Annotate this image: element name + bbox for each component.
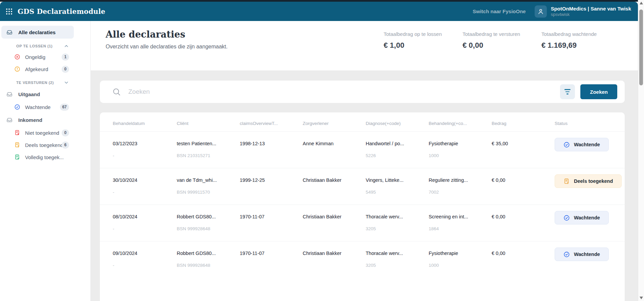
sidebar-item-volledig-toegekend[interactable]: Volledig toegek... (1, 151, 74, 163)
person-icon (537, 8, 544, 15)
column-header: Behandeling(+co... (429, 121, 492, 126)
table-row[interactable]: 30/10/2024- van de Tdm_whi...BSN 9999115… (100, 168, 625, 205)
column-header: claimsOverviewT... (240, 121, 303, 126)
cell-bsn: BSN 999911570 (177, 190, 240, 195)
cell-behandeling: Fysiotherapie (429, 141, 492, 146)
cell-zorgverlener: Christiaan Bakker (303, 214, 366, 219)
search-input[interactable] (128, 88, 560, 95)
sidebar-section-te-versturen[interactable]: TE VERSTUREN (2) (1, 78, 74, 87)
count-badge: 1 (62, 53, 69, 61)
sidebar-item-deels-toegekend[interactable]: Deels toegekend 6 (1, 139, 74, 151)
doc-check-icon (14, 154, 20, 160)
declarations-table: Behandeldatum Cliënt claimsOverviewT... … (100, 112, 625, 301)
cell-diagnose: Handwortel / po... (366, 141, 429, 146)
status-badge[interactable]: Wachtende (555, 248, 609, 261)
cell-zorgverlener: Anne Kimman (303, 141, 366, 146)
column-header: Bedrag (492, 121, 555, 126)
table-header-row: Behandeldatum Cliënt claimsOverviewT... … (100, 112, 625, 131)
app-header: GDS Declaratiemodule Switch naar FysioOn… (0, 2, 638, 21)
sidebar-item-label: Deels toegekend (25, 142, 63, 148)
sidebar-item-inkomend[interactable]: Inkomend (1, 113, 74, 127)
cell-bsn: BSN 210315271 (177, 153, 240, 158)
sidebar-item-label: Niet toegekend (25, 130, 59, 136)
switch-fysioone-link[interactable]: Switch naar FysioOne (473, 8, 526, 14)
sidebar-item-ongeldig[interactable]: Ongeldig 1 (1, 51, 74, 63)
scrollbar-thumb[interactable] (639, 9, 643, 85)
cell-claims-overview: 1970-11-07 (240, 251, 303, 256)
sidebar: Alle declaraties OP TE LOSSEN (1) Ongeld… (0, 21, 91, 301)
table-row[interactable]: 03/12/2023- testen Patienten...BSN 21031… (100, 131, 625, 168)
filter-button[interactable] (560, 84, 575, 99)
count-badge: 0 (62, 66, 69, 73)
sidebar-item-afgekeurd[interactable]: Afgekeurd 0 (1, 63, 74, 75)
sidebar-item-label: Volledig toegek... (25, 154, 64, 160)
scrollbar[interactable] (638, 0, 644, 301)
cell-behandeling-code: 1000 (429, 263, 492, 268)
doc-question-icon (14, 142, 20, 148)
cell-behandeldatum-sub: - (113, 226, 177, 231)
search-submit-button[interactable]: Zoeken (580, 84, 617, 99)
search-icon (112, 87, 121, 96)
cell-behandeldatum-sub: - (113, 263, 177, 268)
column-header: Behandeldatum (113, 121, 177, 126)
cell-bsn: BSN 999928648 (177, 263, 240, 268)
sidebar-section-op-te-lossen[interactable]: OP TE LOSSEN (1) (1, 41, 74, 51)
stat-te-versturen: Totaalbedrag te versturen € 0,00 (463, 31, 541, 70)
scroll-down-arrow[interactable] (640, 297, 643, 299)
cell-diagnose-code: 3205 (366, 263, 429, 268)
cell-bedrag: € 0,00 (492, 214, 555, 219)
cell-behandeling: Reguliere zitting... (429, 177, 492, 183)
table-row[interactable]: 09/10/2024- Robbert GDS80...BSN 99992864… (100, 241, 625, 278)
status-label: Wachtende (574, 252, 600, 257)
search-bar: Zoeken (100, 81, 625, 103)
scroll-up-arrow[interactable] (640, 2, 643, 4)
cell-behandeling-code: 1864 (429, 226, 492, 231)
status-badge[interactable]: Deels toegekend (555, 174, 622, 188)
status-badge[interactable]: Wachtende (555, 138, 609, 151)
stat-label: Totaalbedrag op te lossen (384, 31, 463, 37)
sidebar-item-wachtende[interactable]: Wachtende 67 (1, 101, 74, 113)
cell-bedrag: € 35,00 (492, 141, 555, 146)
sidebar-item-label: Inkomend (18, 117, 42, 123)
cell-behandeldatum: 08/10/2024 (113, 214, 177, 219)
cell-claims-overview: 1998-12-13 (240, 141, 303, 146)
sidebar-item-alle-declaraties[interactable]: Alle declaraties (1, 26, 74, 39)
cell-behandeldatum-sub: - (113, 153, 177, 158)
sidebar-item-uitgaand[interactable]: Uitgaand (1, 87, 74, 101)
page-subtitle: Overzicht van alle declaraties die zijn … (106, 44, 228, 50)
cell-claims-overview: 1970-11-07 (240, 214, 303, 219)
user-menu[interactable]: SpotOnMedics | Sanne van Twisk spsvtwisk (535, 5, 631, 18)
stat-label: Totaalbedrag wachtende (541, 31, 620, 37)
chevron-down-icon[interactable] (64, 80, 69, 85)
status-badge[interactable]: Wachtende (555, 211, 609, 224)
column-header: Cliënt (177, 121, 240, 126)
circle-alert-icon (14, 66, 20, 72)
count-badge: 6 (62, 142, 69, 149)
status-label: Wachtende (574, 215, 600, 220)
app-grid-icon[interactable] (5, 7, 14, 16)
avatar[interactable] (535, 5, 547, 18)
chevron-up-icon[interactable] (64, 43, 69, 49)
column-header: Status (555, 121, 625, 126)
stat-value: € 1.169,69 (541, 41, 620, 50)
doc-x-icon (14, 130, 20, 136)
user-handle: spsvtwisk (551, 12, 631, 17)
inbox-icon (6, 91, 13, 98)
sidebar-section-label: OP TE LOSSEN (1) (16, 44, 52, 48)
inbox-icon (6, 29, 13, 36)
stat-value: € 1,00 (384, 41, 463, 50)
sidebar-item-label: Afgekeurd (25, 66, 48, 72)
cell-diagnose-code: 3205 (366, 226, 429, 231)
cell-diagnose: Thoracale werv... (366, 214, 429, 219)
cell-diagnose-code: 5495 (366, 190, 429, 195)
table-row[interactable]: 08/10/2024- Robbert GDS80...BSN 99992864… (100, 205, 625, 241)
app-title: GDS Declaratiemodule (18, 7, 105, 16)
main-content: Alle declaraties Overzicht van alle decl… (91, 21, 638, 301)
cell-behandeling: Screening en int... (429, 214, 492, 219)
cell-behandeling-code: 1000 (429, 153, 492, 158)
user-name: SpotOnMedics | Sanne van Twisk (551, 6, 631, 12)
sidebar-item-label: Wachtende (25, 104, 50, 110)
cell-behandeling: Fysiotherapie (429, 251, 492, 256)
sidebar-item-niet-toegekend[interactable]: Niet toegekend 0 (1, 127, 74, 139)
status-label: Deels toegekend (574, 178, 613, 184)
